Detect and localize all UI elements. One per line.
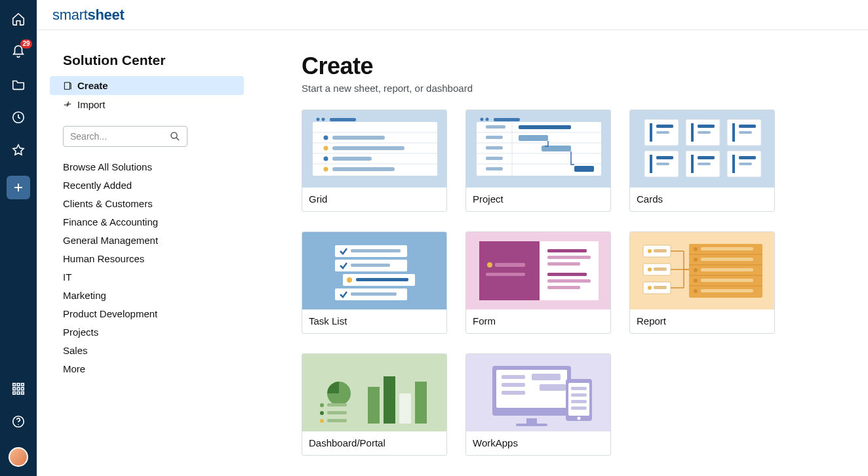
category-browse-all[interactable]: Browse All Solutions [63,161,244,172]
panel-title: Solution Center [63,52,244,68]
svg-rect-72 [656,125,673,128]
card-workapps[interactable]: WorkApps [465,353,611,456]
svg-rect-61 [656,131,669,134]
left-rail: 29 [0,0,37,476]
category-hr[interactable]: Human Resources [63,253,244,264]
svg-rect-9 [22,392,24,395]
svg-rect-40 [519,125,571,129]
nav-item-create[interactable]: Create [50,76,244,95]
svg-point-107 [648,286,652,290]
card-label: Cards [630,188,774,211]
card-label: Project [466,188,610,211]
svg-rect-43 [486,146,503,149]
svg-rect-75 [656,156,673,159]
svg-rect-97 [547,286,580,289]
create-button[interactable] [7,176,30,199]
favorites-icon[interactable] [11,143,26,157]
svg-rect-91 [486,273,525,276]
solution-center-panel: Solution Center Create Import Browse All… [37,30,260,476]
avatar[interactable] [9,447,28,467]
notifications-icon[interactable]: 29 [11,45,26,59]
svg-rect-106 [654,268,667,271]
svg-rect-93 [547,256,591,259]
card-task-list[interactable]: Task List [302,231,447,334]
svg-rect-138 [502,375,525,379]
category-projects[interactable]: Projects [63,327,244,338]
svg-rect-149 [571,407,587,410]
svg-rect-46 [486,167,503,170]
svg-rect-76 [698,156,715,159]
svg-rect-117 [701,258,753,261]
svg-point-116 [694,258,698,262]
search-icon [169,130,181,142]
card-grid[interactable]: Grid [302,109,447,212]
card-label: Dashboard/Portal [302,431,446,455]
category-more[interactable]: More [63,363,244,374]
card-dashboard[interactable]: Dashboard/Portal [302,353,447,456]
category-marketing[interactable]: Marketing [63,290,244,301]
svg-point-22 [324,136,328,140]
svg-rect-59 [732,155,735,173]
svg-rect-56 [732,123,735,142]
svg-rect-94 [547,262,580,266]
svg-rect-137 [516,424,547,426]
sidebar-search [63,126,244,147]
svg-rect-141 [532,374,561,380]
cards-thumb-icon [630,110,775,188]
category-general-mgmt[interactable]: General Management [63,235,244,246]
category-sales[interactable]: Sales [63,345,244,356]
apps-icon[interactable] [11,382,26,396]
card-project[interactable]: Project [465,109,611,212]
category-clients[interactable]: Clients & Customers [63,198,244,209]
page-subtitle: Start a new sheet, report, or dashboard [302,83,842,94]
card-label: WorkApps [466,431,610,455]
svg-rect-84 [356,278,408,281]
svg-rect-47 [574,166,594,172]
brand-logo[interactable]: smartsheet [52,7,125,24]
category-it[interactable]: IT [63,271,244,283]
home-icon[interactable] [11,12,26,26]
svg-rect-67 [656,163,669,165]
svg-point-105 [648,268,652,271]
svg-point-120 [694,279,698,283]
svg-rect-148 [571,400,587,403]
card-label: Report [630,309,774,333]
category-recently-added[interactable]: Recently Added [63,180,244,191]
card-report[interactable]: Report [629,231,775,334]
svg-rect-74 [739,125,756,128]
svg-rect-127 [327,411,347,414]
svg-rect-1 [13,384,16,386]
svg-rect-55 [691,123,694,142]
svg-rect-125 [327,403,347,407]
svg-rect-129 [327,419,347,422]
svg-point-126 [320,411,324,415]
svg-rect-142 [540,384,566,391]
card-form[interactable]: Form [465,231,611,334]
template-grid: Grid [302,109,842,456]
help-icon[interactable] [11,414,26,429]
svg-rect-121 [701,279,753,282]
svg-rect-133 [415,382,427,424]
app-header: smartsheet [37,0,868,30]
main-content: Create Start a new sheet, report, or das… [260,30,868,476]
folder-icon[interactable] [11,77,26,92]
card-cards[interactable]: Cards [629,109,775,212]
tasklist-thumb-icon [302,232,447,309]
svg-rect-147 [571,393,587,397]
svg-rect-96 [547,279,591,283]
svg-rect-77 [739,156,756,159]
category-finance[interactable]: Finance & Accounting [63,216,244,228]
svg-point-118 [694,268,698,272]
svg-point-26 [324,157,328,161]
notifications-badge: 29 [20,39,32,49]
svg-rect-29 [332,167,395,171]
nav-item-import[interactable]: Import [50,95,244,114]
category-list: Browse All Solutions Recently Added Clie… [63,161,244,374]
svg-rect-4 [13,387,16,390]
svg-point-24 [324,146,328,151]
card-label: Task List [302,309,446,333]
recents-icon[interactable] [11,110,26,125]
category-product-dev[interactable]: Product Development [63,308,244,319]
svg-rect-131 [384,376,395,424]
nav-label: Create [77,80,108,91]
